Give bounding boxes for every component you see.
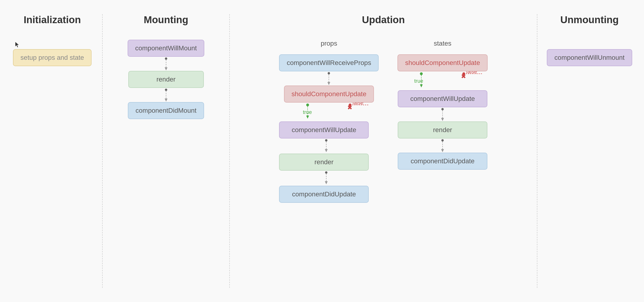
svg-marker-12 — [306, 115, 309, 119]
props-connector-3 — [324, 138, 328, 153]
states-connector-3 — [440, 138, 445, 153]
mount-node-0: componentWillMount — [128, 40, 204, 57]
svg-text:false: false — [466, 71, 477, 74]
updation-states-col: states shouldComponentUpdate — [398, 40, 488, 170]
svg-point-20 — [325, 171, 328, 174]
states-label-3: componentDidUpdate — [411, 157, 475, 165]
props-node-2: componentWillUpdate — [279, 121, 369, 138]
props-label-0: componentWillReceiveProps — [286, 59, 371, 67]
updation-section: Updation props componentWillReceiveProps… — [237, 14, 530, 288]
unmount-node-wrapper: componentWillUnmount — [547, 49, 632, 66]
initialization-title: Initialization — [24, 14, 81, 26]
init-node: setup props and state — [13, 49, 92, 66]
mount-connector-1 — [164, 57, 168, 71]
svg-point-6 — [328, 72, 330, 74]
divider-1 — [102, 14, 102, 288]
svg-marker-5 — [165, 99, 168, 102]
svg-marker-33 — [441, 118, 444, 121]
svg-text:✖: ✖ — [461, 73, 466, 80]
mount-node-2: componentDidMount — [128, 102, 204, 119]
states-label-1: componentWillUpdate — [410, 95, 475, 103]
svg-point-31 — [441, 108, 444, 110]
props-branch-svg: true false ✖ — [284, 103, 374, 121]
mounting-flow: componentWillMount render componentDidMo… — [128, 40, 204, 119]
svg-marker-19 — [325, 149, 328, 152]
unmount-node: componentWillUnmount — [547, 49, 632, 66]
svg-marker-2 — [165, 67, 168, 70]
mount-node-1: render — [128, 71, 204, 88]
svg-marker-26 — [420, 84, 423, 87]
svg-text:true: true — [414, 78, 423, 84]
svg-text:true: true — [303, 109, 312, 115]
mount-label-2: componentDidMount — [136, 107, 196, 114]
props-will-update-wrapper: componentWillUpdate render — [279, 121, 369, 203]
updation-props-col: props componentWillReceiveProps shouldCo… — [279, 40, 378, 203]
svg-text:false: false — [352, 103, 363, 106]
svg-marker-22 — [325, 181, 328, 184]
svg-point-0 — [165, 57, 167, 60]
svg-point-23 — [420, 72, 423, 75]
states-branch-svg: true false ✖ — [398, 71, 487, 90]
svg-point-3 — [165, 89, 167, 91]
props-label-2: componentWillUpdate — [292, 126, 356, 134]
props-node-0: componentWillReceiveProps — [279, 54, 378, 71]
props-label-1: shouldComponentUpdate — [292, 90, 366, 98]
props-sublabel: props — [320, 40, 337, 47]
props-node-3: render — [279, 154, 369, 171]
updation-title: Updation — [362, 14, 405, 26]
svg-text:✖: ✖ — [347, 104, 352, 111]
states-sublabel: states — [434, 40, 452, 47]
states-branch: true false ✖ — [398, 71, 487, 90]
unmounting-title: Unmounting — [560, 14, 618, 26]
svg-marker-8 — [328, 82, 330, 85]
unmount-label: componentWillUnmount — [554, 54, 624, 61]
mount-connector-2 — [164, 88, 168, 102]
updation-columns: props componentWillReceiveProps shouldCo… — [279, 40, 488, 203]
mount-label-1: render — [156, 76, 176, 83]
props-connector-1 — [326, 71, 331, 86]
unmounting-section: Unmounting componentWillUnmount — [544, 14, 634, 288]
states-node-1: componentWillUpdate — [398, 90, 487, 107]
props-connector-4 — [324, 171, 328, 185]
states-node-0: shouldComponentUpdate — [398, 54, 488, 71]
cursor-icon — [15, 42, 20, 48]
props-branch: true false ✖ — [284, 103, 374, 121]
divider-3 — [537, 14, 537, 288]
init-node-label: setup props and state — [20, 54, 84, 61]
states-node-2: render — [398, 121, 487, 138]
svg-point-9 — [306, 103, 309, 106]
states-node-3: componentDidUpdate — [398, 153, 487, 170]
props-label-3: render — [314, 158, 334, 166]
states-label-2: render — [433, 126, 452, 134]
svg-point-17 — [325, 139, 328, 141]
mount-label-0: componentWillMount — [135, 44, 197, 52]
states-connector-2 — [440, 107, 445, 121]
props-node-1: shouldComponentUpdate — [284, 86, 374, 103]
initialization-section: Initialization setup props and state — [10, 14, 95, 288]
svg-marker-36 — [441, 149, 444, 152]
divider-2 — [229, 14, 230, 288]
mounting-title: Mounting — [144, 14, 188, 26]
states-label-0: shouldComponentUpdate — [405, 59, 480, 67]
props-node-4: componentDidUpdate — [279, 186, 369, 203]
svg-point-34 — [441, 139, 444, 141]
mounting-section: Mounting componentWillMount render — [110, 14, 222, 288]
diagram-container: Initialization setup props and state Mou… — [0, 0, 644, 302]
props-label-4: componentDidUpdate — [292, 191, 356, 198]
